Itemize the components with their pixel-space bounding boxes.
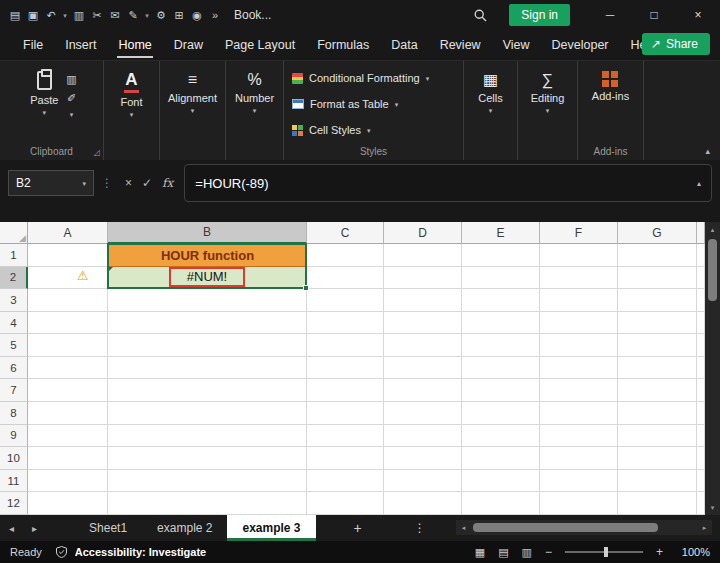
cell-B4[interactable]	[108, 312, 307, 335]
tab-draw[interactable]: Draw	[163, 31, 214, 59]
cell-D3[interactable]	[384, 289, 462, 312]
tab-data[interactable]: Data	[380, 31, 428, 59]
cell-B10[interactable]	[108, 447, 307, 470]
tab-review[interactable]: Review	[429, 31, 492, 59]
row-header-4[interactable]: 4	[0, 312, 28, 335]
cell-B9[interactable]	[108, 425, 307, 448]
formula-bar-expand-icon[interactable]: ▴	[697, 179, 701, 188]
cell-C12[interactable]	[307, 492, 384, 515]
column-header-G[interactable]: G	[618, 222, 697, 244]
collapse-ribbon-icon[interactable]: ▴	[705, 146, 710, 156]
cell-G1[interactable]	[618, 244, 697, 267]
cell-E4[interactable]	[462, 312, 540, 335]
cell-C2[interactable]	[307, 267, 384, 290]
cell-F7[interactable]	[540, 379, 618, 402]
cell-E3[interactable]	[462, 289, 540, 312]
cell-B2[interactable]: #NUM!	[108, 267, 307, 290]
sheet-nav-right-icon[interactable]: ▸	[23, 523, 46, 534]
enter-icon[interactable]: ✓	[142, 176, 152, 190]
editing-dropdown-icon[interactable]: ▾	[546, 107, 550, 114]
cell-G6[interactable]	[618, 357, 697, 380]
tab-home[interactable]: Home	[107, 31, 162, 59]
add-sheet-icon[interactable]: +	[354, 520, 362, 536]
number-dropdown-icon[interactable]: ▾	[253, 107, 257, 114]
cell-E5[interactable]	[462, 334, 540, 357]
horizontal-scrollbar-thumb[interactable]	[473, 523, 658, 532]
cell-E2[interactable]	[462, 267, 540, 290]
cell-F8[interactable]	[540, 402, 618, 425]
paste-dropdown-icon[interactable]: ▾	[43, 109, 47, 116]
cell-B1[interactable]: HOUR function	[108, 244, 307, 267]
alignment-button[interactable]: ≡ Alignment ▾	[164, 69, 221, 160]
insert-function-icon[interactable]: fx	[162, 176, 173, 190]
cell-F4[interactable]	[540, 312, 618, 335]
more-commands-icon[interactable]: »	[206, 9, 224, 21]
mail-icon[interactable]: ✉	[106, 9, 124, 22]
row-header-1[interactable]: 1	[0, 244, 28, 267]
cell-D2[interactable]	[384, 267, 462, 290]
cell-A5[interactable]	[28, 334, 108, 357]
column-header-E[interactable]: E	[462, 222, 540, 244]
cell-A10[interactable]	[28, 447, 108, 470]
zoom-in-icon[interactable]: +	[656, 545, 663, 559]
column-header-F[interactable]: F	[540, 222, 618, 244]
copy-small-icon[interactable]: ▥	[66, 73, 76, 86]
page-layout-view-icon[interactable]: ▤	[498, 546, 508, 559]
clipboard-dialog-launcher-icon[interactable]: ◿	[94, 148, 100, 157]
sign-in-button[interactable]: Sign in	[509, 4, 570, 26]
cell-D11[interactable]	[384, 470, 462, 493]
cell-G11[interactable]	[618, 470, 697, 493]
cell-F1[interactable]	[540, 244, 618, 267]
row-header-2[interactable]: 2	[0, 267, 28, 290]
editing-button[interactable]: ∑ Editing ▾	[527, 69, 569, 160]
cell-B11[interactable]	[108, 470, 307, 493]
cell-C11[interactable]	[307, 470, 384, 493]
horizontal-scrollbar[interactable]: ◂ ▸	[456, 520, 712, 535]
cell-F6[interactable]	[540, 357, 618, 380]
cell-B7[interactable]	[108, 379, 307, 402]
cell-A2[interactable]	[28, 267, 108, 290]
cell-B3[interactable]	[108, 289, 307, 312]
cell-C9[interactable]	[307, 425, 384, 448]
tab-page-layout[interactable]: Page Layout	[214, 31, 306, 59]
cell-F12[interactable]	[540, 492, 618, 515]
cell-B8[interactable]	[108, 402, 307, 425]
cell-D10[interactable]	[384, 447, 462, 470]
cell-G8[interactable]	[618, 402, 697, 425]
normal-view-icon[interactable]: ▦	[475, 546, 485, 559]
copy-icon[interactable]: ▥	[70, 9, 88, 22]
scroll-right-icon[interactable]: ▸	[697, 524, 712, 532]
camera-icon[interactable]: ◉	[188, 9, 206, 22]
row-header-9[interactable]: 9	[0, 425, 28, 448]
cells-button[interactable]: ▦ Cells ▾	[474, 69, 506, 160]
menu-icon[interactable]: ▤	[6, 9, 24, 22]
format-painter-dropdown-icon[interactable]: ▾	[70, 111, 74, 118]
sheet-tab-sheet1[interactable]: Sheet1	[74, 515, 142, 541]
cell-D1[interactable]	[384, 244, 462, 267]
scroll-left-icon[interactable]: ◂	[456, 524, 471, 532]
cell-E8[interactable]	[462, 402, 540, 425]
cell-E1[interactable]	[462, 244, 540, 267]
format-as-table-button[interactable]: Format as Table ▾	[292, 93, 398, 115]
undo-dropdown-icon[interactable]: ▾	[60, 12, 70, 19]
column-header-A[interactable]: A	[28, 222, 108, 244]
close-button[interactable]: ×	[676, 0, 720, 30]
conditional-formatting-button[interactable]: Conditional Formatting ▾	[292, 67, 429, 89]
cell-D7[interactable]	[384, 379, 462, 402]
zoom-slider[interactable]	[565, 551, 643, 553]
cell-C8[interactable]	[307, 402, 384, 425]
cell-C1[interactable]	[307, 244, 384, 267]
insert-table-icon[interactable]: ⊞	[170, 9, 188, 22]
cell-C7[interactable]	[307, 379, 384, 402]
cell-A7[interactable]	[28, 379, 108, 402]
minimize-button[interactable]: ─	[588, 0, 632, 30]
row-header-3[interactable]: 3	[0, 289, 28, 312]
cell-D12[interactable]	[384, 492, 462, 515]
tab-formulas[interactable]: Formulas	[306, 31, 380, 59]
sheet-tab-example3[interactable]: example 3	[227, 515, 315, 541]
cell-D6[interactable]	[384, 357, 462, 380]
cell-D4[interactable]	[384, 312, 462, 335]
cell-G3[interactable]	[618, 289, 697, 312]
cells-dropdown-icon[interactable]: ▾	[489, 107, 493, 114]
font-button[interactable]: A Font ▾	[116, 69, 146, 160]
